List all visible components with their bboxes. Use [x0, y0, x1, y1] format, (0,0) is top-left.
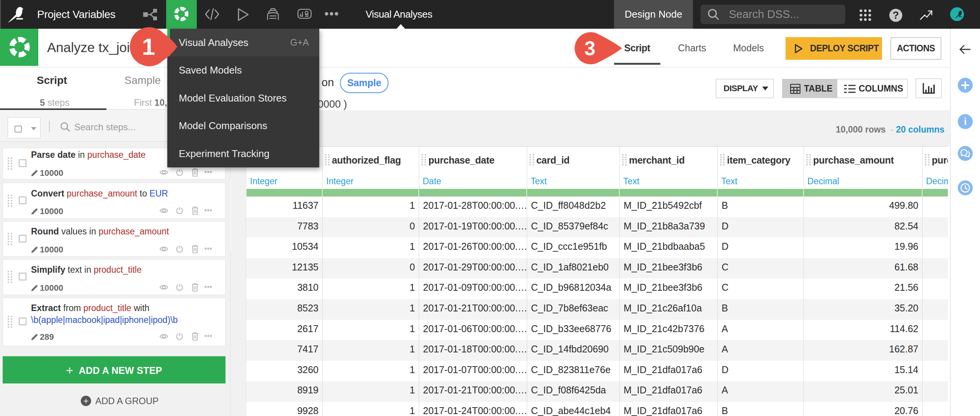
svg-text:3: 3 [585, 37, 596, 59]
svg-text:1: 1 [142, 33, 155, 60]
